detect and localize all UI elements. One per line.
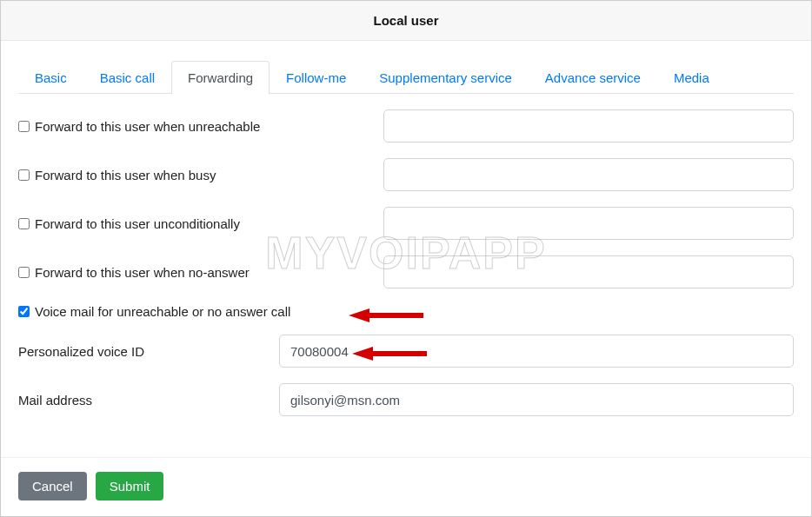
tab-supplementary-service[interactable]: Supplementary service [363,61,529,94]
row-forward-unconditional: Forward to this user unconditionally [18,207,794,240]
checkbox-forward-noanswer[interactable] [18,267,30,278]
submit-button[interactable]: Submit [96,472,164,500]
input-forward-noanswer[interactable] [383,255,794,288]
forwarding-panel: Forward to this user when unreachable Fo… [18,94,794,416]
tab-basic-call[interactable]: Basic call [83,61,171,94]
cancel-button[interactable]: Cancel [18,472,87,500]
input-forward-unreachable[interactable] [383,109,794,143]
label-text-forward-unconditional: Forward to this user unconditionally [35,216,240,231]
label-text-forward-noanswer: Forward to this user when no-answer [35,265,250,280]
label-text-voicemail: Voice mail for unreachable or no answer … [35,304,290,319]
tab-media[interactable]: Media [657,61,726,94]
tab-basic[interactable]: Basic [18,61,83,94]
footer: Cancel Submit [1,457,811,516]
label-voice-id: Personalized voice ID [18,344,279,359]
label-text-forward-unreachable: Forward to this user when unreachable [35,119,260,134]
row-forward-noanswer: Forward to this user when no-answer [18,255,794,288]
tab-advance-service[interactable]: Advance service [529,61,657,94]
page-title: Local user [1,1,811,41]
label-forward-unconditional[interactable]: Forward to this user unconditionally [18,216,383,231]
input-forward-unconditional[interactable] [383,207,794,240]
row-mail-address: Mail address [18,383,794,416]
label-forward-unreachable[interactable]: Forward to this user when unreachable [18,119,383,134]
label-voicemail[interactable]: Voice mail for unreachable or no answer … [18,304,290,319]
tab-follow-me[interactable]: Follow-me [270,61,363,94]
input-forward-busy[interactable] [383,158,794,191]
label-forward-noanswer[interactable]: Forward to this user when no-answer [18,265,383,280]
page-title-text: Local user [373,13,438,28]
label-text-forward-busy: Forward to this user when busy [35,168,216,182]
checkbox-voicemail[interactable] [18,306,30,317]
row-voice-id: Personalized voice ID [18,335,794,368]
row-voicemail: Voice mail for unreachable or no answer … [18,304,794,319]
main-content: Basic Basic call Forwarding Follow-me Su… [1,41,811,416]
input-mail-address[interactable] [279,383,794,416]
checkbox-forward-busy[interactable] [18,169,30,181]
input-voice-id[interactable] [279,335,794,368]
label-forward-busy[interactable]: Forward to this user when busy [18,168,383,182]
checkbox-forward-unreachable[interactable] [18,121,30,132]
row-forward-busy: Forward to this user when busy [18,158,794,191]
tab-forwarding[interactable]: Forwarding [171,61,270,94]
row-forward-unreachable: Forward to this user when unreachable [18,109,794,143]
tab-bar: Basic Basic call Forwarding Follow-me Su… [18,60,794,94]
label-mail-address: Mail address [18,393,279,408]
checkbox-forward-unconditional[interactable] [18,218,30,229]
